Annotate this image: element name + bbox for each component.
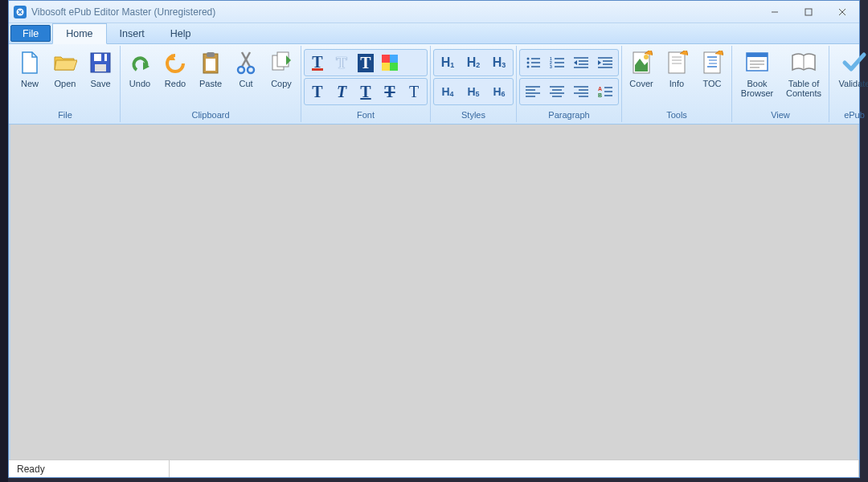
svg-rect-65 <box>704 52 720 73</box>
numbering-button[interactable]: 123 <box>546 51 568 74</box>
status-empty <box>170 460 859 477</box>
validate-button[interactable]: Validate <box>832 47 868 108</box>
font-highlight-button[interactable]: T <box>354 51 377 74</box>
font-outline-icon: T <box>336 54 346 72</box>
menubar: File Home Insert Help <box>9 23 859 44</box>
paste-button[interactable]: Paste <box>194 47 227 108</box>
group-epub-label: ePub <box>832 109 868 122</box>
svg-point-22 <box>527 58 530 60</box>
menu-help[interactable]: Help <box>158 23 204 43</box>
align-justify-button[interactable]: AB <box>594 80 616 103</box>
strike-icon: T <box>384 83 395 101</box>
titlebar: Vibosoft ePub Editor Master (Unregistere… <box>9 1 859 23</box>
menu-file[interactable]: File <box>10 25 51 42</box>
h2-button[interactable]: H2 <box>461 51 485 74</box>
ribbon: New Open Save File Undo <box>9 44 859 125</box>
toc-icon <box>699 50 725 76</box>
group-epub: Validate ePub <box>829 46 868 122</box>
open-button[interactable]: Open <box>48 47 82 108</box>
window-title: Vibosoft ePub Editor Master (Unregistere… <box>31 6 758 18</box>
group-file: New Open Save File <box>10 46 121 122</box>
group-file-label: File <box>13 109 117 122</box>
align-left-button[interactable] <box>522 80 544 103</box>
font-color-button[interactable]: T <box>306 51 329 74</box>
cut-icon <box>233 50 259 76</box>
svg-rect-6 <box>94 54 107 61</box>
bullets-button[interactable] <box>522 51 544 74</box>
indent-button[interactable] <box>594 51 616 74</box>
align-left-icon <box>526 85 540 98</box>
svg-point-26 <box>527 66 530 68</box>
strikethrough-button[interactable]: T <box>379 80 401 103</box>
align-center-button[interactable] <box>546 80 568 103</box>
bold-icon: T <box>312 83 322 101</box>
svg-point-24 <box>527 62 530 64</box>
new-button[interactable]: New <box>13 47 47 108</box>
save-button[interactable]: Save <box>84 47 117 108</box>
close-button[interactable] <box>825 1 859 22</box>
svg-rect-10 <box>207 52 215 57</box>
font-multicolor-button[interactable] <box>379 51 401 74</box>
book-browser-button[interactable]: Book Browser <box>735 47 780 108</box>
svg-rect-2 <box>805 9 812 15</box>
redo-button[interactable]: Redo <box>158 47 192 108</box>
group-clipboard: Undo Redo Paste Cut Copy <box>121 46 301 122</box>
app-window: Vibosoft ePub Editor Master (Unregistere… <box>8 0 860 478</box>
svg-rect-21 <box>390 63 398 71</box>
group-tools-label: Tools <box>624 109 729 122</box>
svg-point-15 <box>248 67 254 73</box>
maximize-button[interactable] <box>792 1 825 22</box>
h3-button[interactable]: H3 <box>487 51 511 74</box>
font-outline-button[interactable]: T <box>330 51 353 74</box>
group-paragraph-label: Paragraph <box>519 109 619 122</box>
h1-button[interactable]: H1 <box>436 51 460 74</box>
group-view: Book Browser Table of Contents View <box>732 46 829 122</box>
font-plain-button[interactable]: T <box>403 80 425 103</box>
svg-text:3: 3 <box>550 64 552 69</box>
outdent-button[interactable] <box>570 51 592 74</box>
indent-icon <box>598 56 612 69</box>
undo-button[interactable]: Undo <box>123 47 157 108</box>
svg-rect-20 <box>382 63 390 71</box>
cover-button[interactable]: Cover <box>624 47 658 108</box>
svg-point-14 <box>238 67 244 73</box>
align-right-button[interactable] <box>570 80 592 103</box>
group-styles: H1 H2 H3 H4 H5 H6 Styles <box>431 46 517 122</box>
group-font: T T T T T T T T Font <box>301 46 431 122</box>
group-tools: Cover Info TOC Tools <box>622 46 732 122</box>
toc-button[interactable]: TOC <box>695 47 729 108</box>
italic-button[interactable]: T <box>330 80 353 103</box>
group-clipboard-label: Clipboard <box>123 109 298 122</box>
copy-button[interactable]: Copy <box>264 47 298 108</box>
h4-button[interactable]: H4 <box>436 80 460 103</box>
cut-button[interactable]: Cut <box>229 47 263 108</box>
font-color-icon: T <box>312 55 322 71</box>
copy-icon <box>268 50 294 76</box>
undo-icon <box>127 50 153 76</box>
app-icon <box>14 6 27 18</box>
minimize-button[interactable] <box>758 1 792 22</box>
bold-button[interactable]: T <box>306 80 329 103</box>
underline-button[interactable]: T <box>354 80 377 103</box>
svg-rect-19 <box>390 55 398 63</box>
book-open-icon <box>791 50 817 76</box>
table-of-contents-button[interactable]: Table of Contents <box>781 47 826 108</box>
menu-insert[interactable]: Insert <box>107 23 158 43</box>
svg-rect-61 <box>669 52 685 73</box>
h6-button[interactable]: H6 <box>487 80 511 103</box>
svg-rect-71 <box>747 53 768 57</box>
menu-home[interactable]: Home <box>52 23 106 44</box>
cover-icon <box>628 50 654 76</box>
h5-button[interactable]: H5 <box>461 80 485 103</box>
plain-t-icon: T <box>409 83 419 101</box>
book-browser-icon <box>744 50 770 76</box>
underline-icon: T <box>360 83 371 101</box>
svg-rect-11 <box>206 59 215 71</box>
align-center-icon <box>550 85 564 98</box>
svg-text:B: B <box>598 92 602 98</box>
numbering-icon: 123 <box>550 56 564 69</box>
svg-point-60 <box>644 55 649 59</box>
svg-text:A: A <box>598 86 602 92</box>
info-button[interactable]: Info <box>660 47 694 108</box>
info-icon <box>664 50 690 76</box>
